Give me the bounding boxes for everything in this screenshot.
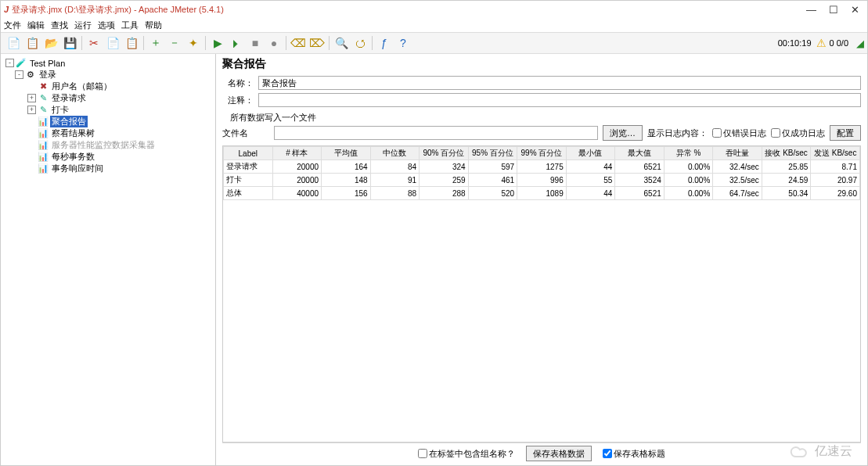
browse-button[interactable]: 浏览… (603, 125, 643, 141)
tree-daka[interactable]: + ✎ 打卡 (2, 104, 214, 116)
table-header[interactable]: 95% 百分位 (468, 147, 517, 160)
table-header[interactable]: 异常 % (664, 147, 713, 160)
menu-file[interactable]: 文件 (4, 20, 21, 31)
stop-icon[interactable]: ■ (247, 34, 264, 52)
table-cell: 55 (566, 174, 615, 187)
table-header[interactable]: 发送 KB/sec (811, 147, 860, 160)
name-input[interactable] (258, 76, 861, 90)
table-header[interactable]: 最小值 (566, 147, 615, 160)
table-header[interactable]: 99% 百分位 (517, 147, 567, 160)
table-cell: 164 (322, 160, 371, 174)
table-header[interactable]: 中位数 (370, 147, 420, 160)
table-row[interactable]: 总体400001568828852010894465210.00%64.7/se… (224, 187, 860, 200)
sampler-icon: ✎ (38, 105, 49, 116)
table-cell: 64.7/sec (713, 187, 762, 200)
save-table-data-button[interactable]: 保存表格数据 (526, 446, 592, 461)
help-icon[interactable]: ? (394, 34, 412, 52)
tree-login-request[interactable]: + ✎ 登录请求 (2, 92, 214, 104)
table-cell: 40000 (272, 187, 322, 200)
remove-icon[interactable]: － (166, 34, 183, 52)
thread-count: 0 0/0 (830, 38, 848, 48)
menu-options[interactable]: 选项 (98, 20, 115, 31)
table-header[interactable]: Label (224, 147, 273, 160)
tree-tps[interactable]: 📊 每秒事务数 (2, 151, 214, 163)
save-table-header-checkbox[interactable]: 保存表格标题 (603, 448, 665, 460)
menu-run[interactable]: 运行 (74, 20, 92, 31)
table-cell: 32.4/sec (713, 160, 762, 174)
paste-icon[interactable]: 📋 (123, 34, 140, 52)
copy-icon[interactable]: 📄 (104, 34, 121, 52)
toolbar: 📄 📋 📂 💾 ✂ 📄 📋 ＋ － ✦ ▶ ⏵ ■ ● ⌫ ⌦ 🔍 ⭯ ƒ ? … (1, 32, 867, 54)
table-cell: 288 (420, 187, 469, 200)
tree-root[interactable]: - 🧪 Test Plan (2, 57, 214, 69)
include-group-checkbox[interactable]: 在标签中包含组名称？ (418, 448, 515, 460)
separator (81, 36, 82, 50)
new-icon[interactable]: 📄 (5, 34, 22, 52)
minimize-button[interactable]: — (806, 4, 816, 16)
table-header[interactable]: 接收 KB/sec (762, 147, 811, 160)
table-cell: 84 (370, 160, 420, 174)
menu-edit[interactable]: 编辑 (27, 20, 45, 31)
tree-aggregate-report[interactable]: 📊 聚合报告 (2, 116, 214, 127)
close-button[interactable]: ✕ (851, 4, 859, 16)
table-row[interactable]: 打卡20000148912594619965535240.00%32.5/sec… (224, 174, 860, 187)
write-all-label: 所有数据写入一个文件 (230, 112, 861, 124)
thread-group-icon: ⚙ (25, 70, 36, 81)
separator (143, 36, 144, 50)
separator (372, 36, 373, 50)
test-plan-tree[interactable]: - 🧪 Test Plan - ⚙ 登录 ✖ 用户名（邮箱） + ✎ 登录请求 … (1, 54, 216, 465)
template-icon[interactable]: 📋 (23, 34, 41, 52)
table-header[interactable]: # 样本 (272, 147, 322, 160)
function-helper-icon[interactable]: ƒ (376, 34, 393, 52)
menubar: 文件 编辑 查找 运行 选项 工具 帮助 (1, 18, 867, 32)
tree-thread-group[interactable]: - ⚙ 登录 (2, 69, 214, 81)
aggregate-table[interactable]: Label# 样本平均值中位数90% 百分位95% 百分位99% 百分位最小值最… (223, 146, 860, 200)
filename-input[interactable] (274, 126, 598, 140)
tree-server-collector[interactable]: 📊 服务器性能监控数据采集器 (2, 139, 214, 151)
table-cell: 3524 (615, 174, 665, 187)
table-cell: 148 (322, 174, 371, 187)
table-header[interactable]: 最大值 (615, 147, 665, 160)
table-cell: 91 (370, 174, 420, 187)
configure-button[interactable]: 配置 (830, 125, 861, 141)
cut-icon[interactable]: ✂ (85, 34, 103, 52)
maximize-button[interactable]: ☐ (829, 4, 838, 16)
table-header[interactable]: 90% 百分位 (420, 147, 469, 160)
table-cell: 44 (566, 160, 615, 174)
table-cell: 20000 (272, 160, 322, 174)
menu-search[interactable]: 查找 (51, 20, 68, 31)
comment-input[interactable] (258, 93, 861, 107)
menu-tools[interactable]: 工具 (121, 20, 139, 31)
shutdown-icon[interactable]: ● (265, 34, 283, 52)
table-cell: 6521 (615, 160, 665, 174)
table-row[interactable]: 登录请求200001648432459712754465210.00%32.4/… (224, 160, 860, 174)
tree-username[interactable]: ✖ 用户名（邮箱） (2, 81, 214, 92)
save-icon[interactable]: 💾 (61, 34, 78, 52)
table-header[interactable]: 吞吐量 (713, 147, 762, 160)
only-success-checkbox[interactable]: 仅成功日志 (771, 127, 825, 139)
flask-icon: 🧪 (16, 58, 27, 69)
table-cell-label: 打卡 (224, 174, 273, 187)
start-no-timers-icon[interactable]: ⏵ (228, 34, 245, 52)
warning-icon[interactable]: ⚠ (816, 37, 827, 49)
run-icon[interactable]: ▶ (209, 34, 226, 52)
only-error-checkbox[interactable]: 仅错误日志 (712, 127, 766, 139)
open-icon[interactable]: 📂 (42, 34, 59, 52)
table-cell: 1275 (517, 160, 567, 174)
clear-icon[interactable]: ⌫ (290, 34, 307, 52)
search-icon[interactable]: 🔍 (333, 34, 350, 52)
tree-response-time[interactable]: 📊 事务响应时间 (2, 163, 214, 174)
toggle-icon[interactable]: ✦ (185, 34, 202, 52)
table-cell-label: 登录请求 (224, 160, 273, 174)
table-cell: 324 (420, 160, 469, 174)
table-cell: 259 (420, 174, 469, 187)
table-header[interactable]: 平均值 (322, 147, 371, 160)
listener-icon: 📊 (38, 163, 49, 174)
tree-view-results-tree[interactable]: 📊 察看结果树 (2, 127, 214, 139)
table-cell-label: 总体 (224, 187, 273, 200)
table-cell: 6521 (615, 187, 665, 200)
add-icon[interactable]: ＋ (147, 34, 164, 52)
menu-help[interactable]: 帮助 (145, 20, 162, 31)
clear-all-icon[interactable]: ⌦ (308, 34, 326, 52)
reset-search-icon[interactable]: ⭯ (351, 34, 369, 52)
